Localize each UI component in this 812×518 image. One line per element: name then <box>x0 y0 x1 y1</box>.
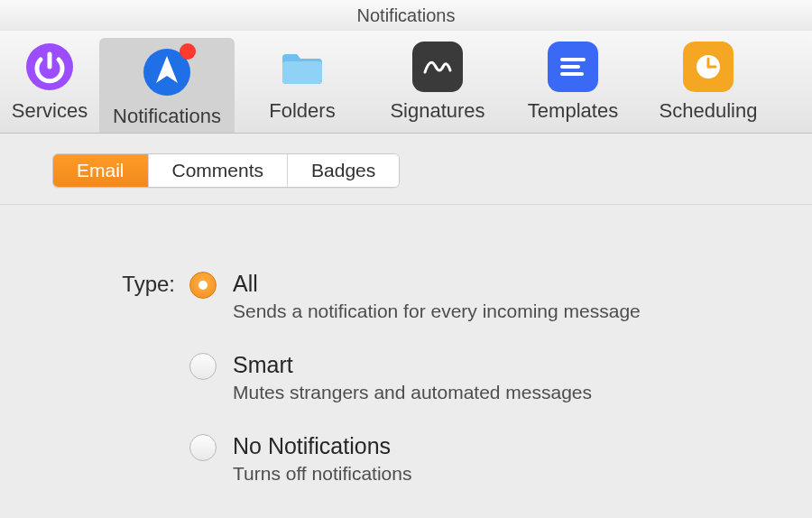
option-none-desc: Turns off notifications <box>233 463 411 485</box>
radio-smart[interactable] <box>189 353 217 380</box>
notification-badge-icon <box>180 43 196 60</box>
clock-icon <box>683 42 734 92</box>
toolbar-item-services[interactable]: Services <box>0 31 99 133</box>
option-all-title: All <box>233 270 641 297</box>
radio-none[interactable] <box>189 434 217 461</box>
toolbar-item-signatures[interactable]: Signatures <box>370 31 505 133</box>
power-icon <box>24 42 75 92</box>
subtab-segmented-control: Email Comments Badges <box>52 153 400 188</box>
option-smart-title: Smart <box>233 351 592 378</box>
preferences-toolbar: Services Notifications Folders <box>0 31 812 134</box>
folder-icon <box>277 42 328 92</box>
signature-icon <box>412 42 463 92</box>
toolbar-item-folders[interactable]: Folders <box>235 31 370 133</box>
toolbar-label-scheduling: Scheduling <box>660 99 758 123</box>
toolbar-item-templates[interactable]: Templates <box>505 31 641 133</box>
toolbar-label-notifications: Notifications <box>113 105 221 128</box>
option-smart-desc: Mutes strangers and automated messages <box>233 382 592 403</box>
window-titlebar: Notifications <box>0 0 812 31</box>
subtab-badges[interactable]: Badges <box>288 154 399 187</box>
notification-type-section: Type: All Sends a notification for every… <box>0 205 812 485</box>
toolbar-item-scheduling[interactable]: Scheduling <box>641 31 776 133</box>
svg-rect-2 <box>282 61 322 84</box>
subtab-row: Email Comments Badges <box>0 134 812 205</box>
toolbar-label-folders: Folders <box>269 99 335 123</box>
window-title: Notifications <box>357 5 456 26</box>
subtab-comments[interactable]: Comments <box>149 154 289 187</box>
template-icon <box>548 42 598 92</box>
option-all-desc: Sends a notification for every incoming … <box>233 301 641 322</box>
type-heading: Type: <box>0 270 180 297</box>
toolbar-item-notifications[interactable]: Notifications <box>99 38 235 133</box>
toolbar-label-templates: Templates <box>528 99 618 123</box>
subtab-email[interactable]: Email <box>53 154 149 187</box>
option-none-title: No Notifications <box>233 432 411 459</box>
send-icon <box>142 47 192 97</box>
toolbar-label-signatures: Signatures <box>390 99 484 123</box>
toolbar-label-services: Services <box>12 99 88 123</box>
radio-all[interactable] <box>189 272 217 299</box>
